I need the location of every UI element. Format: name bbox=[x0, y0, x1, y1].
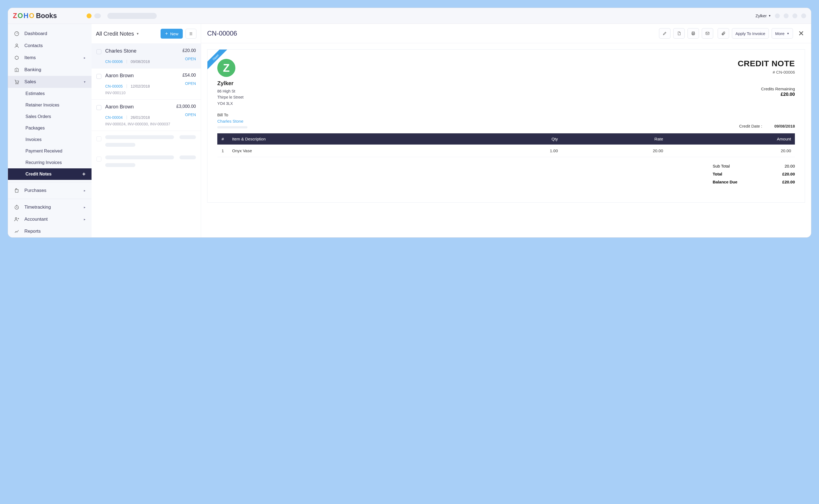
close-icon: ✕ bbox=[798, 29, 804, 38]
line-num: 1 bbox=[217, 145, 228, 157]
caret-down-icon: ▼ bbox=[787, 32, 789, 35]
list-title-dropdown[interactable]: All Credit Notes ▼ bbox=[96, 31, 158, 37]
reports-icon bbox=[14, 229, 19, 234]
bill-address-placeholder bbox=[217, 126, 248, 128]
row-amount: £20.00 bbox=[182, 48, 196, 54]
close-button[interactable]: ✕ bbox=[797, 29, 805, 38]
subtotal-label: Sub Total bbox=[713, 164, 730, 168]
chevron-right-icon: ▸ bbox=[84, 205, 85, 209]
nav-sales-orders[interactable]: Sales Orders bbox=[8, 111, 91, 122]
svg-point-1 bbox=[16, 44, 18, 46]
line-item-name: Onyx Vase bbox=[228, 145, 470, 157]
credits-remaining-value: £20.00 bbox=[738, 92, 795, 97]
row-doc-id: CN-00005 bbox=[105, 84, 123, 88]
row-checkbox[interactable] bbox=[96, 105, 101, 110]
col-qty: Qty bbox=[470, 133, 562, 145]
list-row[interactable]: Aaron Brown £54.00 CN-00005 12/02/2018 O… bbox=[91, 68, 201, 100]
row-customer-name: Aaron Brown bbox=[105, 104, 134, 110]
row-customer-name: Aaron Brown bbox=[105, 73, 134, 79]
mail-icon bbox=[705, 31, 710, 36]
detail-title: CN-00006 bbox=[207, 30, 656, 37]
list-row[interactable]: Aaron Brown £3,000.00 CN-00004 26/01/201… bbox=[91, 100, 201, 131]
list-pane: All Credit Notes ▼ + New ☰ Charles Stone bbox=[91, 24, 201, 237]
edit-button[interactable] bbox=[659, 28, 671, 39]
more-button[interactable]: More ▼ bbox=[772, 28, 793, 39]
divider bbox=[8, 182, 91, 182]
caret-down-icon: ▼ bbox=[136, 32, 139, 35]
row-date: 09/08/2018 bbox=[131, 59, 150, 64]
accountant-icon bbox=[14, 217, 19, 222]
banking-icon bbox=[14, 67, 19, 73]
nav-purchases[interactable]: Purchases ▸ bbox=[8, 185, 91, 197]
svg-rect-9 bbox=[706, 32, 709, 34]
credit-note-document: Open Z Zylker 86 High St Thirpe le Stree… bbox=[207, 49, 805, 203]
row-amount: £3,000.00 bbox=[176, 104, 196, 110]
email-button[interactable] bbox=[702, 28, 713, 39]
nav-recurring-invoices[interactable]: Recurring Invoices bbox=[8, 157, 91, 168]
line-amount: 20.00 bbox=[667, 145, 795, 157]
app-window: ZOHO Books Zylker ▼ Dashboard bbox=[8, 8, 811, 238]
row-doc-id: CN-00006 bbox=[105, 59, 123, 64]
list-row[interactable]: Charles Stone £20.00 CN-00006 09/08/2018… bbox=[91, 44, 201, 68]
row-status: OPEN bbox=[185, 81, 196, 88]
org-switcher[interactable]: Zylker ▼ bbox=[755, 13, 771, 18]
clock-icon bbox=[14, 205, 19, 210]
nav-contacts[interactable]: Contacts bbox=[8, 40, 91, 52]
pdf-button[interactable] bbox=[673, 28, 685, 39]
tab-dot-active bbox=[87, 13, 91, 18]
plus-icon: + bbox=[165, 31, 168, 36]
items-icon bbox=[14, 55, 19, 61]
balance-due-label: Balance Due bbox=[713, 180, 737, 184]
nav-reports[interactable]: Reports bbox=[8, 225, 91, 237]
row-invoice-refs: INV-000024, INV-000030, INV-000037 bbox=[105, 122, 196, 126]
svg-point-3 bbox=[18, 83, 18, 84]
tab-pill bbox=[94, 13, 101, 18]
col-amount: Amount bbox=[667, 133, 795, 145]
nav-items[interactable]: Items ▸ bbox=[8, 52, 91, 64]
topbar: ZOHO Books Zylker ▼ bbox=[8, 8, 811, 24]
nav-invoices[interactable]: Invoices bbox=[8, 134, 91, 145]
header-action-1[interactable] bbox=[775, 13, 780, 18]
nav-timetracking[interactable]: Timetracking ▸ bbox=[8, 201, 91, 213]
browser-tabs-placeholder bbox=[87, 13, 157, 19]
company-address: 86 High St Thirpe le Street YO4 3LX bbox=[217, 88, 244, 106]
row-status: OPEN bbox=[185, 57, 196, 64]
line-items-table: # Item & Description Qty Rate Amount 1 O… bbox=[217, 133, 795, 157]
row-checkbox[interactable] bbox=[96, 49, 101, 54]
line-rate: 20.00 bbox=[562, 145, 667, 157]
document-number: # CN-00006 bbox=[738, 70, 795, 74]
plus-icon[interactable]: + bbox=[82, 171, 85, 177]
nav-retainer-invoices[interactable]: Retainer Invoices bbox=[8, 99, 91, 111]
document-type: CREDIT NOTE bbox=[738, 59, 795, 68]
apply-to-invoice-button[interactable]: Apply To Invoice bbox=[732, 28, 769, 39]
col-rate: Rate bbox=[562, 133, 667, 145]
row-amount: £54.00 bbox=[182, 73, 196, 79]
nav-credit-notes[interactable]: Credit Notes + bbox=[8, 168, 91, 180]
nav-dashboard[interactable]: Dashboard bbox=[8, 28, 91, 40]
print-icon bbox=[691, 31, 696, 36]
detail-pane: CN-00006 Apply To Invoice More ▼ ✕ bbox=[201, 24, 811, 237]
nav-sales[interactable]: Sales ▾ bbox=[8, 76, 91, 88]
row-date: 26/01/2018 bbox=[131, 115, 150, 120]
col-item: Item & Description bbox=[228, 133, 470, 145]
chevron-right-icon: ▸ bbox=[84, 56, 85, 60]
list-menu-button[interactable]: ☰ bbox=[185, 29, 196, 39]
chevron-right-icon: ▸ bbox=[84, 189, 85, 192]
balance-due-value: £20.00 bbox=[782, 180, 795, 184]
header-action-2[interactable] bbox=[784, 13, 789, 18]
total-value: £20.00 bbox=[782, 172, 795, 176]
hamburger-icon: ☰ bbox=[189, 32, 192, 36]
header-action-4[interactable] bbox=[801, 13, 806, 18]
header-action-3[interactable] bbox=[792, 13, 797, 18]
bill-to-name[interactable]: Charles Stone bbox=[217, 119, 248, 123]
nav-estimates[interactable]: Estimates bbox=[8, 88, 91, 99]
row-checkbox[interactable] bbox=[96, 74, 101, 79]
attach-button[interactable] bbox=[718, 28, 729, 39]
nav-banking[interactable]: Banking bbox=[8, 64, 91, 76]
nav-payment-received[interactable]: Payment Received bbox=[8, 145, 91, 157]
nav-packages[interactable]: Packages bbox=[8, 122, 91, 134]
print-button[interactable] bbox=[688, 28, 699, 39]
nav-accountant[interactable]: Accountant ▸ bbox=[8, 213, 91, 225]
row-customer-name: Charles Stone bbox=[105, 48, 136, 54]
new-button[interactable]: + New bbox=[160, 29, 183, 39]
